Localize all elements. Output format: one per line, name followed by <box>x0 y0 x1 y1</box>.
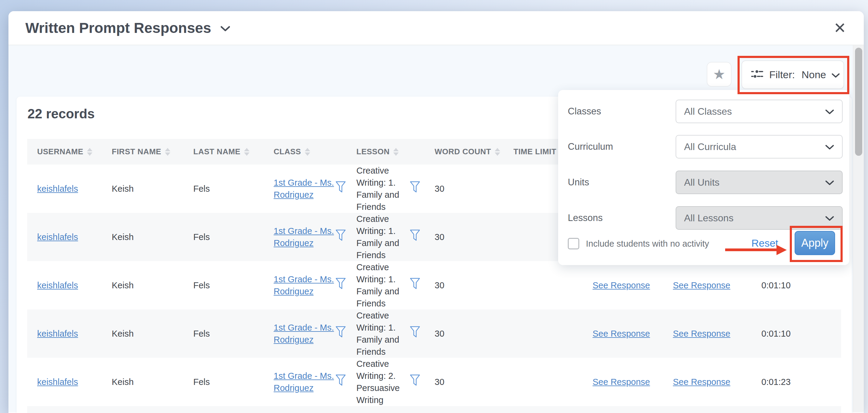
lesson-cell: Creative Writing: 1. Family and Friends <box>356 310 410 358</box>
class-link[interactable]: 1st Grade - Ms. Rodriguez <box>274 225 336 249</box>
class-link[interactable]: 1st Grade - Ms. Rodriguez <box>274 370 336 394</box>
last-name-cell: Fels <box>193 164 274 213</box>
see-response-link[interactable]: See Response <box>593 376 650 388</box>
modal-body: ★ Filter: None <box>8 45 864 412</box>
last-name-cell: Fels <box>193 358 274 406</box>
time-cell: 0:01:10 <box>762 261 841 310</box>
last-name-cell: Fels <box>193 310 274 358</box>
dropdown-value: All Units <box>684 177 719 188</box>
lesson-filter-funnel-icon[interactable] <box>410 374 420 389</box>
col-header-word-count[interactable]: WORD COUNT <box>435 139 514 164</box>
lesson-filter-funnel-icon[interactable] <box>410 181 420 196</box>
col-header-last-name[interactable]: LAST NAME <box>193 139 274 164</box>
sort-icon[interactable] <box>165 148 170 156</box>
class-link[interactable]: 1st Grade - Ms. Rodriguez <box>274 321 336 346</box>
sort-icon[interactable] <box>87 148 92 156</box>
class-link[interactable]: 1st Grade - Ms. Rodriguez <box>274 273 336 297</box>
favorite-star-button[interactable]: ★ <box>707 62 732 87</box>
dropdown-value: All Curricula <box>684 141 736 153</box>
field-label: Units <box>568 177 589 188</box>
filter-button-value: None <box>802 69 826 81</box>
first-name-cell: Keish <box>112 358 193 406</box>
time-cell: 0:01:10 <box>762 310 841 358</box>
col-header-first-name[interactable]: FIRST NAME <box>112 139 193 164</box>
col-header-spacer <box>336 139 356 164</box>
chevron-down-icon <box>825 213 834 224</box>
chevron-down-icon <box>825 141 834 153</box>
see-response-link[interactable]: See Response <box>593 327 650 340</box>
first-name-cell: Keish <box>112 164 193 213</box>
field-label: Classes <box>568 106 601 117</box>
time-cell: 0:01:23 <box>762 358 841 406</box>
filter-field-lessons: Lessons All Lessons <box>558 206 849 230</box>
table-row: keishlafels Keish Fels 1st Grade - Ms. R… <box>27 358 841 406</box>
lesson-cell: Creative Writing: 1. Family and Friends <box>356 261 410 310</box>
sliders-icon <box>750 68 764 82</box>
username-link[interactable]: keishlafels <box>37 376 78 388</box>
filter-dropdown-button[interactable]: Filter: None <box>741 60 844 89</box>
see-response-link[interactable]: See Response <box>673 279 730 291</box>
scrollbar-thumb[interactable] <box>855 48 862 156</box>
word-count-cell: 30 <box>435 310 514 358</box>
class-filter-funnel-icon[interactable] <box>336 374 346 389</box>
dropdown-value: All Classes <box>684 106 732 117</box>
word-count-cell: 30 <box>435 164 514 213</box>
dropdown-value: All Lessons <box>684 213 734 224</box>
username-link[interactable]: keishlafels <box>37 231 78 243</box>
last-name-cell: Fels <box>193 261 274 310</box>
see-response-link[interactable]: See Response <box>673 376 730 388</box>
first-name-cell: Keish <box>112 213 193 261</box>
table-row <box>27 406 841 413</box>
time-limit-cell <box>514 358 593 406</box>
sort-icon[interactable] <box>393 148 399 156</box>
apply-button[interactable]: Apply <box>795 231 835 255</box>
username-link[interactable]: keishlafels <box>37 327 78 340</box>
field-label: Lessons <box>568 213 602 223</box>
chevron-down-icon <box>825 106 834 117</box>
col-header-class[interactable]: CLASS <box>274 139 336 164</box>
class-filter-funnel-icon[interactable] <box>336 278 346 293</box>
username-link[interactable]: keishlafels <box>37 279 78 291</box>
written-prompt-responses-modal: Written Prompt Responses ✕ ★ <box>8 11 864 413</box>
filter-field-units: Units All Units <box>558 170 849 194</box>
time-limit-cell <box>514 310 593 358</box>
chevron-down-icon <box>832 69 840 81</box>
scrollbar-track[interactable] <box>853 45 864 412</box>
classes-dropdown[interactable]: All Classes <box>676 100 843 123</box>
table-row: keishlafels Keish Fels 1st Grade - Ms. R… <box>27 261 841 310</box>
close-icon[interactable]: ✕ <box>834 21 846 36</box>
col-header-spacer <box>410 139 435 164</box>
title-chevron-down-icon[interactable] <box>220 26 230 33</box>
include-no-activity-checkbox[interactable] <box>568 238 579 249</box>
filter-field-classes: Classes All Classes <box>558 100 849 123</box>
sort-icon[interactable] <box>244 148 249 156</box>
class-filter-funnel-icon[interactable] <box>336 326 346 341</box>
records-count: 22 records <box>28 106 95 121</box>
col-header-username[interactable]: USERNAME <box>27 139 112 164</box>
class-filter-funnel-icon[interactable] <box>336 229 346 245</box>
first-name-cell: Keish <box>112 310 193 358</box>
class-link[interactable]: 1st Grade - Ms. Rodriguez <box>274 177 336 201</box>
sort-icon[interactable] <box>305 148 310 156</box>
lesson-cell: Creative Writing: 1. Family and Friends <box>356 164 410 213</box>
units-dropdown[interactable]: All Units <box>676 170 843 194</box>
lesson-filter-funnel-icon[interactable] <box>410 229 420 245</box>
username-link[interactable]: keishlafels <box>37 183 78 195</box>
field-label: Curriculum <box>568 141 613 152</box>
word-count-cell: 30 <box>435 358 514 406</box>
sort-icon[interactable] <box>495 148 500 156</box>
reset-link[interactable]: Reset <box>751 237 778 249</box>
col-header-lesson[interactable]: LESSON <box>356 139 410 164</box>
see-response-link[interactable]: See Response <box>673 327 730 340</box>
lessons-dropdown[interactable]: All Lessons <box>676 206 843 230</box>
see-response-link[interactable]: See Response <box>593 279 650 291</box>
lesson-filter-funnel-icon[interactable] <box>410 326 420 341</box>
star-icon: ★ <box>713 66 725 83</box>
class-filter-funnel-icon[interactable] <box>336 181 346 196</box>
checkbox-label: Include students with no activity <box>586 239 709 249</box>
curriculum-dropdown[interactable]: All Curricula <box>676 135 843 159</box>
filter-button-label: Filter: <box>769 69 795 81</box>
filter-panel: Classes All Classes Curriculum All Curri… <box>558 90 849 265</box>
lesson-filter-funnel-icon[interactable] <box>410 278 420 293</box>
first-name-cell: Keish <box>112 261 193 310</box>
